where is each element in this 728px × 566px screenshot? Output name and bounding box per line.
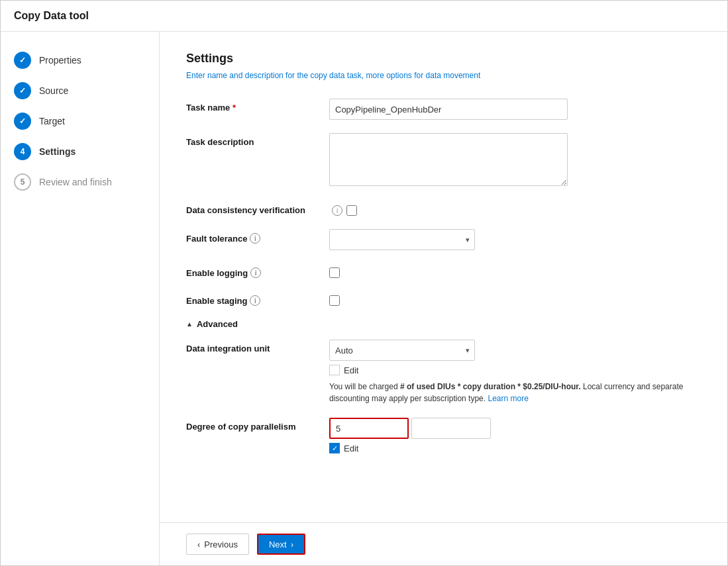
nav-circle-settings: 4 bbox=[14, 143, 31, 160]
enable-staging-checkbox[interactable] bbox=[329, 295, 340, 306]
diu-edit-checkbox[interactable] bbox=[329, 365, 340, 375]
previous-arrow-icon: ‹ bbox=[197, 540, 200, 549]
enable-staging-info-icon[interactable]: i bbox=[250, 295, 260, 306]
parallelism-control-wrap: Edit bbox=[329, 418, 491, 453]
diu-charge-info: You will be charged # of used DIUs * cop… bbox=[329, 381, 701, 404]
advanced-arrow-icon: ▲ bbox=[186, 320, 193, 328]
task-description-row: Task description bbox=[186, 133, 701, 188]
task-description-wrap bbox=[329, 133, 568, 188]
required-asterisk: * bbox=[233, 103, 236, 113]
nav-circle-source: ✓ bbox=[14, 82, 31, 99]
data-consistency-wrap: i bbox=[329, 201, 357, 216]
diu-control-wrap: Auto 2 4 8 16 32 ▾ bbox=[329, 340, 701, 404]
sidebar-item-properties[interactable]: ✓ Properties bbox=[1, 45, 159, 75]
sidebar-item-source[interactable]: ✓ Source bbox=[1, 75, 159, 106]
task-name-row: Task name * bbox=[186, 99, 701, 120]
title-bar: Copy Data tool bbox=[1, 1, 727, 32]
diu-label: Data integration unit bbox=[186, 340, 319, 354]
parallelism-label: Degree of copy parallelism bbox=[186, 418, 319, 432]
nav-circle-review: 5 bbox=[14, 173, 31, 191]
enable-staging-label: Enable staging i bbox=[186, 291, 319, 306]
sidebar-item-settings[interactable]: 4 Settings bbox=[1, 136, 159, 167]
diu-edit-label: Edit bbox=[344, 365, 358, 375]
sidebar-label-review: Review and finish bbox=[39, 177, 112, 187]
section-subtitle: Enter name and description for the copy … bbox=[186, 71, 701, 80]
section-title: Settings bbox=[186, 52, 701, 66]
enable-logging-info-icon[interactable]: i bbox=[250, 267, 261, 278]
data-consistency-label: Data consistency verification bbox=[186, 201, 319, 215]
diu-charge-formula: # of used DIUs * copy duration * $0.25/D… bbox=[400, 382, 581, 391]
task-name-input[interactable] bbox=[329, 99, 568, 120]
parallelism-edit-checkbox[interactable] bbox=[329, 443, 340, 453]
data-consistency-info-icon[interactable]: i bbox=[332, 205, 342, 216]
content-area: Settings Enter name and description for … bbox=[160, 32, 727, 565]
app-title: Copy Data tool bbox=[14, 10, 89, 21]
enable-logging-wrap bbox=[329, 263, 340, 278]
nav-circle-properties: ✓ bbox=[14, 52, 31, 69]
parallelism-row: Degree of copy parallelism Edit bbox=[186, 418, 701, 453]
diu-charge-text: You will be charged bbox=[329, 382, 400, 391]
task-name-wrap bbox=[329, 99, 568, 120]
advanced-section: ▲ Advanced Data integration unit Auto 2 … bbox=[186, 319, 701, 453]
enable-staging-wrap bbox=[329, 291, 340, 306]
next-button[interactable]: Next › bbox=[257, 534, 305, 555]
learn-more-link[interactable]: Learn more bbox=[488, 394, 528, 403]
advanced-header[interactable]: ▲ Advanced bbox=[186, 319, 701, 329]
enable-logging-checkbox[interactable] bbox=[329, 267, 340, 278]
diu-select-wrap: Auto 2 4 8 16 32 ▾ bbox=[329, 340, 475, 361]
previous-label: Previous bbox=[204, 540, 238, 549]
sidebar-item-target[interactable]: ✓ Target bbox=[1, 106, 159, 136]
fault-tolerance-select[interactable]: Skip incompatible rows bbox=[329, 229, 475, 250]
parallelism-edit-label: Edit bbox=[344, 444, 358, 453]
enable-logging-row: Enable logging i bbox=[186, 263, 701, 278]
data-consistency-checkbox[interactable] bbox=[346, 205, 357, 216]
nav-circle-target: ✓ bbox=[14, 113, 31, 130]
diu-edit-row: Edit bbox=[329, 365, 701, 375]
diu-select[interactable]: Auto 2 4 8 16 32 bbox=[329, 340, 475, 361]
footer: ‹ Previous Next › bbox=[160, 522, 727, 565]
task-name-label: Task name * bbox=[186, 99, 319, 113]
fault-tolerance-label: Fault tolerance i bbox=[186, 229, 319, 244]
diu-row: Data integration unit Auto 2 4 8 16 32 bbox=[186, 340, 701, 404]
parallelism-input-second[interactable] bbox=[411, 418, 491, 439]
next-label: Next bbox=[269, 540, 287, 549]
parallelism-edit-row: Edit bbox=[329, 443, 491, 453]
fault-tolerance-info-icon[interactable]: i bbox=[250, 233, 260, 244]
sidebar-label-target: Target bbox=[39, 116, 65, 126]
parallelism-inputs bbox=[329, 418, 491, 439]
parallelism-input-first[interactable] bbox=[329, 418, 409, 439]
advanced-label: Advanced bbox=[197, 319, 238, 329]
sidebar-label-settings: Settings bbox=[39, 146, 76, 157]
sidebar-label-properties: Properties bbox=[39, 55, 81, 66]
enable-staging-row: Enable staging i bbox=[186, 291, 701, 306]
sidebar: ✓ Properties ✓ Source ✓ Target 4 Setting… bbox=[1, 32, 160, 565]
enable-logging-label: Enable logging i bbox=[186, 263, 319, 278]
next-arrow-icon: › bbox=[291, 540, 293, 549]
content-scroll: Settings Enter name and description for … bbox=[160, 32, 727, 522]
task-description-input[interactable] bbox=[329, 133, 568, 186]
previous-button[interactable]: ‹ Previous bbox=[186, 534, 249, 555]
task-description-label: Task description bbox=[186, 133, 319, 147]
fault-tolerance-row: Fault tolerance i Skip incompatible rows… bbox=[186, 229, 701, 250]
fault-tolerance-select-wrap: Skip incompatible rows ▾ bbox=[329, 229, 475, 250]
sidebar-label-source: Source bbox=[39, 85, 68, 96]
data-consistency-row: Data consistency verification i bbox=[186, 201, 701, 216]
sidebar-item-review[interactable]: 5 Review and finish bbox=[1, 167, 159, 197]
